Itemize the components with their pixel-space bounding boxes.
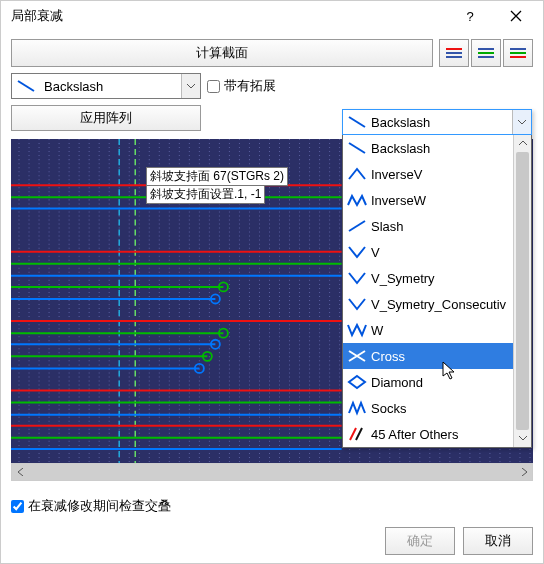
vsymc-icon — [343, 296, 371, 312]
display-mode-buttons — [439, 39, 533, 67]
pattern-left-value: Backslash — [40, 79, 181, 94]
45-icon — [343, 426, 371, 442]
titlebar: 局部衰减 ? — [1, 1, 543, 31]
dropdown-item-label: InverseW — [371, 193, 509, 208]
help-button[interactable]: ? — [447, 1, 493, 31]
dropdown-item-label: V — [371, 245, 509, 260]
dropdown-item-v-symetry-consecutiv[interactable]: V_Symetry_Consecutiv — [343, 291, 513, 317]
dropdown-item-label: Backslash — [371, 141, 509, 156]
pattern-right-dropdown: Backslash BackslashInverseVInverseWSlash… — [342, 109, 532, 448]
tooltip-bottom: 斜坡支持面设置.1, -1 — [146, 185, 265, 204]
backslash-icon — [343, 115, 371, 129]
mode-blue-icon — [509, 46, 527, 60]
svg-line-90 — [349, 143, 365, 153]
dropdown-item-inversew[interactable]: InverseW — [343, 187, 513, 213]
mode-red-icon — [445, 46, 463, 60]
dropdown-item-label: 45 After Others — [371, 427, 509, 442]
dropdown-item-w[interactable]: W — [343, 317, 513, 343]
dropdown-item-label: V_Symetry — [371, 271, 509, 286]
check-overlap-checkbox[interactable]: 在衰减修改期间检查交叠 — [11, 497, 533, 515]
dropdown-item-label: W — [371, 323, 509, 338]
mode-blue-button[interactable] — [503, 39, 533, 67]
pattern-left-combo[interactable]: Backslash — [11, 73, 201, 99]
window-title: 局部衰减 — [5, 7, 447, 25]
options-row: Backslash 带有拓展 — [11, 73, 533, 99]
compute-section-button[interactable]: 计算截面 — [11, 39, 433, 67]
dropdown-item-45-after-others[interactable]: 45 After Others — [343, 421, 513, 447]
check-overlap-label: 在衰减修改期间检查交叠 — [28, 497, 171, 515]
content-area: 计算截面 Backslash 带有拓展 应用阵列 — [1, 31, 543, 489]
close-icon — [510, 10, 522, 22]
with-extension-checkbox[interactable]: 带有拓展 — [207, 77, 276, 95]
backslash-icon — [343, 140, 371, 156]
scroll-thumb[interactable] — [516, 152, 529, 430]
pattern-right-combo[interactable]: Backslash — [342, 109, 532, 135]
dropdown-item-v[interactable]: V — [343, 239, 513, 265]
dropdown-item-socks[interactable]: Socks — [343, 395, 513, 421]
w-icon — [343, 322, 371, 338]
svg-line-89 — [349, 117, 365, 127]
horizontal-scrollbar[interactable] — [11, 463, 533, 481]
dropdown-list[interactable]: BackslashInverseVInverseWSlashVV_Symetry… — [343, 135, 513, 447]
svg-line-93 — [356, 428, 362, 440]
vsym-icon — [343, 270, 371, 286]
dropdown-item-diamond[interactable]: Diamond — [343, 369, 513, 395]
apply-array-button[interactable]: 应用阵列 — [11, 105, 201, 131]
socks-icon — [343, 400, 371, 416]
ok-button[interactable]: 确定 — [385, 527, 455, 555]
scroll-up-arrow[interactable] — [514, 135, 531, 152]
dropdown-scrollbar[interactable] — [513, 135, 531, 447]
scroll-down-arrow[interactable] — [514, 430, 531, 447]
dropdown-item-backslash[interactable]: Backslash — [343, 135, 513, 161]
pattern-right-value: Backslash — [371, 115, 512, 130]
scroll-thumb[interactable] — [12, 464, 532, 480]
dropdown-item-v-symetry[interactable]: V_Symetry — [343, 265, 513, 291]
v-icon — [343, 244, 371, 260]
diamond-icon — [343, 374, 371, 390]
dropdown-item-label: Diamond — [371, 375, 509, 390]
scroll-right-arrow[interactable] — [516, 464, 532, 480]
dropdown-item-slash[interactable]: Slash — [343, 213, 513, 239]
chevron-down-icon — [181, 74, 200, 98]
dropdown-item-cross[interactable]: Cross — [343, 343, 513, 369]
mode-red-button[interactable] — [439, 39, 469, 67]
dropdown-item-label: InverseV — [371, 167, 509, 182]
cancel-button[interactable]: 取消 — [463, 527, 533, 555]
dropdown-item-label: Socks — [371, 401, 509, 416]
tooltip-top: 斜坡支持面 67(STGRs 2) — [146, 167, 288, 186]
svg-line-9 — [18, 81, 34, 91]
chevron-down-icon — [512, 110, 531, 134]
cross-icon — [343, 348, 371, 364]
check-overlap-input[interactable] — [11, 500, 24, 513]
dropdown-item-label: Cross — [371, 349, 509, 364]
footer: 在衰减修改期间检查交叠 确定 取消 — [1, 489, 543, 563]
scroll-left-arrow[interactable] — [12, 464, 28, 480]
dialog-buttons: 确定 取消 — [11, 527, 533, 555]
mode-green-button[interactable] — [471, 39, 501, 67]
dropdown-item-inversev[interactable]: InverseV — [343, 161, 513, 187]
svg-line-91 — [349, 221, 365, 231]
close-button[interactable] — [493, 1, 539, 31]
dropdown-item-label: V_Symetry_Consecutiv — [371, 297, 509, 312]
mode-green-icon — [477, 46, 495, 60]
svg-line-92 — [350, 428, 356, 440]
with-extension-input[interactable] — [207, 80, 220, 93]
compute-row: 计算截面 — [11, 39, 533, 67]
with-extension-label: 带有拓展 — [224, 77, 276, 95]
inversev-icon — [343, 166, 371, 182]
slash-icon — [343, 218, 371, 234]
backslash-icon — [12, 79, 40, 93]
inversew-icon — [343, 192, 371, 208]
dialog-local-attenuation: 局部衰减 ? 计算截面 Backslash 带有拓展 — [0, 0, 544, 564]
dropdown-item-label: Slash — [371, 219, 509, 234]
